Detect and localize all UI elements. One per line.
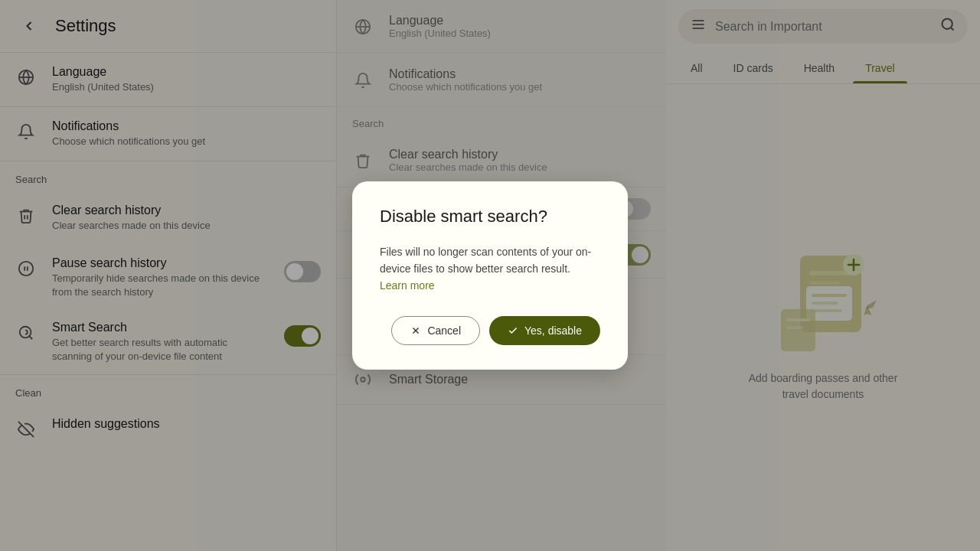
modal-overlay[interactable]: Disable smart search? Files will no long… — [0, 0, 980, 551]
modal-body-text: Files will no longer scan contents of yo… — [380, 246, 591, 275]
learn-more-link[interactable]: Learn more — [380, 279, 435, 292]
yes-disable-button[interactable]: Yes, disable — [489, 316, 600, 345]
modal-title: Disable smart search? — [380, 206, 600, 228]
modal-actions: Cancel Yes, disable — [380, 316, 600, 345]
modal-body: Files will no longer scan contents of yo… — [380, 243, 600, 295]
checkmark-icon — [508, 325, 518, 336]
cancel-x-icon — [410, 325, 421, 336]
disable-label: Yes, disable — [524, 324, 582, 337]
cancel-label: Cancel — [427, 324, 461, 337]
cancel-button[interactable]: Cancel — [391, 316, 480, 345]
modal-dialog: Disable smart search? Files will no long… — [352, 181, 628, 370]
